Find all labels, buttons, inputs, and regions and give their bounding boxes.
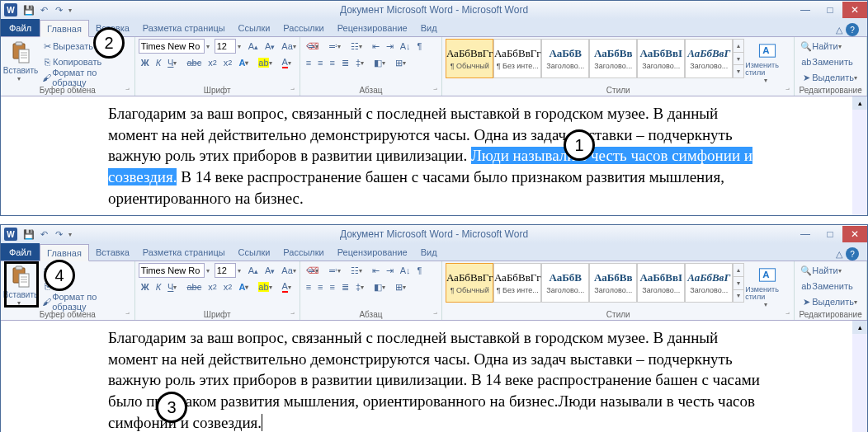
review-tab[interactable]: Рецензирование <box>331 243 414 261</box>
strikethrough-button[interactable]: abc <box>184 55 204 70</box>
grow-font-button[interactable]: A▴ <box>246 263 261 278</box>
change-case-button[interactable]: Aa▾ <box>279 39 301 54</box>
maximize-button[interactable]: □ <box>818 226 842 242</box>
sort-button[interactable]: A↓ <box>398 263 413 278</box>
layout-tab[interactable]: Разметка страницы <box>136 19 232 36</box>
format-painter-button[interactable]: 🖌Формат по образцу <box>39 294 131 309</box>
mailings-tab[interactable]: Рассылки <box>276 243 330 261</box>
bullets-button[interactable]: ≔▾ <box>304 263 324 278</box>
font-size-combo[interactable] <box>215 39 236 54</box>
style-no-spacing[interactable]: АаБбВвГг ¶ Без инте... <box>493 39 541 78</box>
strikethrough-button[interactable]: abc <box>184 279 204 294</box>
scroll-up-icon[interactable]: ▴ <box>852 321 867 334</box>
view-tab[interactable]: Вид <box>414 19 444 36</box>
font-color-button[interactable]: A▾ <box>280 279 297 294</box>
increase-indent-button[interactable]: ⇥ <box>384 39 396 54</box>
ribbon-minimize-icon[interactable]: △ <box>836 25 842 35</box>
document-area[interactable]: Благодарим за ваш вопрос, связанный с по… <box>1 96 867 215</box>
font-name-combo[interactable] <box>139 263 205 278</box>
shrink-font-button[interactable]: A▾ <box>262 263 277 278</box>
style-heading4[interactable]: АаБбВвГ Заголово... <box>685 39 733 78</box>
underline-button[interactable]: Ч▾ <box>165 55 182 70</box>
review-tab[interactable]: Рецензирование <box>331 19 414 36</box>
file-tab[interactable]: Файл <box>1 243 40 261</box>
highlight-button[interactable]: ab▾ <box>256 279 277 294</box>
show-marks-button[interactable]: ¶ <box>415 39 425 54</box>
font-name-combo[interactable] <box>139 39 205 54</box>
subscript-button[interactable]: x2 <box>205 55 219 70</box>
borders-button[interactable]: ⊞▾ <box>393 55 412 70</box>
bold-button[interactable]: Ж <box>139 55 152 70</box>
subscript-button[interactable]: x2 <box>205 279 219 294</box>
style-heading2[interactable]: АаБбВв Заголово... <box>589 263 637 303</box>
select-button[interactable]: ➤Выделить▾ <box>798 70 863 85</box>
align-left-button[interactable]: ≡ <box>304 279 314 294</box>
save-icon[interactable]: 💾 <box>22 3 35 16</box>
undo-icon[interactable]: ↶ <box>37 3 50 16</box>
change-case-button[interactable]: Aa▾ <box>279 263 301 278</box>
references-tab[interactable]: Ссылки <box>232 19 277 36</box>
find-button[interactable]: 🔍Найти▾ <box>798 263 847 278</box>
save-icon[interactable]: 💾 <box>22 228 35 241</box>
minimize-button[interactable]: — <box>793 2 818 18</box>
sort-button[interactable]: A↓ <box>398 39 413 54</box>
document-area[interactable]: Благодарим за ваш вопрос, связанный с по… <box>1 321 867 432</box>
qat-dropdown-icon[interactable]: ▾ <box>67 228 73 241</box>
align-right-button[interactable]: ≡ <box>328 55 337 70</box>
italic-button[interactable]: К <box>153 55 163 70</box>
line-spacing-button[interactable]: ‡▾ <box>353 279 370 294</box>
line-spacing-button[interactable]: ‡▾ <box>353 55 370 70</box>
bullets-button[interactable]: ≔▾ <box>304 39 324 54</box>
replace-button[interactable]: abЗаменить <box>798 279 855 293</box>
close-button[interactable]: ✕ <box>842 226 867 242</box>
references-tab[interactable]: Ссылки <box>232 243 277 261</box>
superscript-button[interactable]: x2 <box>221 55 235 70</box>
borders-button[interactable]: ⊞▾ <box>393 279 412 294</box>
highlight-button[interactable]: ab▾ <box>256 55 277 70</box>
cut-button[interactable]: ✂Вырезать <box>39 39 96 54</box>
superscript-button[interactable]: x2 <box>221 279 235 294</box>
scroll-up-icon[interactable]: ▴ <box>852 96 867 110</box>
style-no-spacing[interactable]: АаБбВвГг ¶ Без инте... <box>493 263 541 303</box>
align-center-button[interactable]: ≡ <box>315 279 325 294</box>
style-heading1[interactable]: АаБбВ Заголово... <box>541 39 589 78</box>
justify-button[interactable]: ≣ <box>339 279 351 294</box>
minimize-button[interactable]: — <box>793 226 818 242</box>
italic-button[interactable]: К <box>153 279 163 294</box>
home-tab[interactable]: Главная <box>40 244 89 261</box>
decrease-indent-button[interactable]: ⇤ <box>370 39 382 54</box>
bold-button[interactable]: Ж <box>139 279 152 294</box>
styles-scroll-down-icon[interactable]: ▾ <box>734 277 743 290</box>
file-tab[interactable]: Файл <box>1 19 40 36</box>
increase-indent-button[interactable]: ⇥ <box>384 263 396 278</box>
underline-button[interactable]: Ч▾ <box>165 279 182 294</box>
style-heading4[interactable]: АаБбВвГ Заголово... <box>685 263 733 303</box>
insert-tab[interactable]: Вставка <box>89 243 136 261</box>
styles-expand-icon[interactable]: ▾ <box>734 65 743 77</box>
text-effects-button[interactable]: A▾ <box>236 55 254 70</box>
vertical-scrollbar[interactable]: ▴ <box>852 96 867 215</box>
align-right-button[interactable]: ≡ <box>328 279 337 294</box>
font-size-combo[interactable] <box>215 263 236 278</box>
show-marks-button[interactable]: ¶ <box>415 263 425 278</box>
view-tab[interactable]: Вид <box>414 243 444 261</box>
format-painter-button[interactable]: 🖌Формат по образцу <box>39 70 131 85</box>
styles-scroll[interactable]: ▴ ▾ ▾ <box>733 39 744 78</box>
paste-button[interactable]: Вставить ▾ <box>4 263 37 309</box>
styles-scroll-down-icon[interactable]: ▾ <box>734 53 743 66</box>
justify-button[interactable]: ≣ <box>339 55 351 70</box>
select-button[interactable]: ➤Выделить▾ <box>798 294 863 309</box>
style-normal[interactable]: АаБбВвГг ¶ Обычный <box>446 263 493 303</box>
style-heading3[interactable]: АаБбВвI Заголово... <box>637 39 685 78</box>
vertical-scrollbar[interactable]: ▴ <box>852 321 867 432</box>
help-icon[interactable]: ? <box>846 23 859 36</box>
styles-scroll-up-icon[interactable]: ▴ <box>734 264 743 277</box>
font-size-dropdown-icon[interactable]: ▾ <box>238 43 244 50</box>
numbering-button[interactable]: ≕▾ <box>326 263 347 278</box>
font-color-button[interactable]: A▾ <box>280 55 297 70</box>
style-heading3[interactable]: АаБбВвI Заголово... <box>637 263 685 303</box>
ribbon-minimize-icon[interactable]: △ <box>836 249 842 260</box>
numbering-button[interactable]: ≕▾ <box>326 39 347 54</box>
styles-expand-icon[interactable]: ▾ <box>734 290 743 303</box>
doc-text[interactable]: Благодарим за ваш вопрос, связанный с по… <box>108 329 760 431</box>
